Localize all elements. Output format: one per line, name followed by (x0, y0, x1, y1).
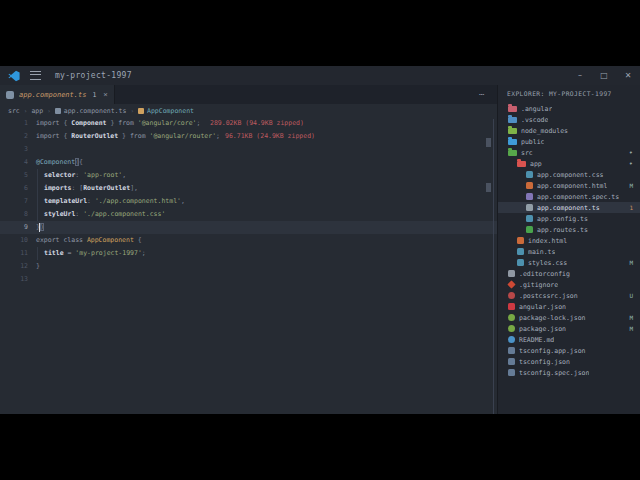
menu-icon[interactable] (30, 71, 41, 80)
code-token: './app.component.html' (95, 197, 181, 205)
code-line[interactable]: 4@Component({ (0, 156, 497, 169)
vscode-window: my-project-1997 – □ ✕ app.component.ts 1… (0, 66, 640, 414)
explorer-header: EXPLORER: MY-PROJECT-1997 (498, 85, 640, 103)
angular-file-icon (55, 108, 61, 114)
minimize-button[interactable]: – (568, 66, 592, 85)
explorer-item-vscode[interactable]: .vscode (498, 114, 640, 125)
code-token: '@angular/router' (150, 132, 217, 140)
code-line[interactable]: 5selector: 'app-root', (0, 169, 497, 182)
explorer-item-label: .postcssrc.json (519, 292, 578, 300)
title-bar: my-project-1997 – □ ✕ (0, 66, 640, 85)
code-token: RouterOutlet (71, 132, 118, 140)
code-line[interactable]: 3 (0, 143, 497, 156)
explorer-item-postcssrc-json[interactable]: .postcssrc.jsonU (498, 290, 640, 301)
editor-scrollbar[interactable] (493, 119, 494, 414)
explorer-item-index-html[interactable]: index.html (498, 235, 640, 246)
explorer-item-gitignore[interactable]: .gitignore (498, 279, 640, 290)
breadcrumb-app[interactable]: app (31, 107, 43, 115)
code-token: from (130, 132, 150, 140)
explorer-sidebar: EXPLORER: MY-PROJECT-1997 .angular.vscod… (497, 85, 640, 414)
explorer-item-app[interactable]: app• (498, 158, 640, 169)
explorer-item-node-modules[interactable]: node_modules (498, 125, 640, 136)
explorer-item-public[interactable]: public (498, 136, 640, 147)
code-line[interactable]: 6imports: [RouterOutlet], (0, 182, 497, 195)
explorer-item-app-routes-ts[interactable]: app.routes.ts (498, 224, 640, 235)
code-token: ; (216, 132, 220, 140)
code-token: import (36, 132, 63, 140)
breadcrumb-file[interactable]: app.component.ts (55, 107, 127, 115)
test-flask-icon (526, 193, 533, 200)
code-line[interactable]: 2import { RouterOutlet } from '@angular/… (0, 130, 497, 143)
code-token: templateUrl (44, 197, 87, 205)
line-number: 9 (0, 221, 28, 234)
explorer-item-app-component-ts[interactable]: app.component.ts1 (498, 202, 640, 213)
explorer-item-app-component-html[interactable]: app.component.htmlM (498, 180, 640, 191)
line-number: 3 (0, 143, 28, 156)
explorer-item-package-lock-json[interactable]: package-lock.jsonM (498, 312, 640, 323)
explorer-item-tsconfig-spec-json[interactable]: tsconfig.spec.json (498, 367, 640, 378)
code-line[interactable]: 7templateUrl: './app.component.html', (0, 195, 497, 208)
editorconfig-icon (508, 270, 515, 277)
tsconfig-icon (508, 369, 515, 376)
code-token: ; (142, 249, 146, 257)
explorer-item-app-component-spec-ts[interactable]: app.component.spec.ts (498, 191, 640, 202)
explorer-item-label: tsconfig.json (519, 358, 570, 366)
git-status-badge: U (629, 292, 633, 299)
breadcrumb-symbol[interactable]: AppComponent (138, 107, 194, 115)
code-token: '@angular/core' (138, 119, 197, 127)
code-token: : (75, 210, 83, 218)
explorer-item-label: app.component.ts (537, 204, 600, 212)
window-title: my-project-1997 (55, 71, 132, 80)
explorer-item-label: app.component.css (537, 171, 604, 179)
code-token: } (36, 262, 40, 270)
explorer-item-editorconfig[interactable]: .editorconfig (498, 268, 640, 279)
code-line[interactable]: 10export class AppComponent { (0, 234, 497, 247)
explorer-item-angular-json[interactable]: angular.json (498, 301, 640, 312)
tab-app-component-ts[interactable]: app.component.ts 1 × (0, 85, 115, 104)
tsconfig-icon (508, 358, 515, 365)
code-line[interactable]: 9}) (0, 221, 497, 234)
explorer-item-src[interactable]: src• (498, 147, 640, 158)
code-token: : (87, 197, 95, 205)
explorer-item-label: app.config.ts (537, 215, 588, 223)
code-token: 'my-project-1997' (75, 249, 142, 257)
close-window-button[interactable]: ✕ (616, 66, 640, 85)
explorer-item-app-config-ts[interactable]: app.config.ts (498, 213, 640, 224)
explorer-item-label: tsconfig.spec.json (519, 369, 589, 377)
explorer-item-main-ts[interactable]: main.ts (498, 246, 640, 257)
explorer-item-package-json[interactable]: package.jsonM (498, 323, 640, 334)
code-line[interactable]: 1import { Component } from '@angular/cor… (0, 117, 497, 130)
explorer-item-app-component-css[interactable]: app.component.css (498, 169, 640, 180)
folder-open-icon (508, 150, 517, 156)
breadcrumb-src[interactable]: src (8, 107, 20, 115)
code-token: = (64, 249, 76, 257)
folder-icon (508, 128, 517, 134)
explorer-item-label: styles.css (528, 259, 567, 267)
explorer-item-readme-md[interactable]: README.md (498, 334, 640, 345)
code-line[interactable]: 8styleUrl: './app.component.css' (0, 208, 497, 221)
tab-close-icon[interactable]: × (103, 90, 108, 99)
line-number: 4 (0, 156, 28, 169)
code-line[interactable]: 13 (0, 273, 497, 286)
code-token: selector (44, 171, 75, 179)
explorer-item-styles-css[interactable]: styles.cssM (498, 257, 640, 268)
overview-ruler-mark (486, 183, 491, 192)
import-cost-annotation: 96.71KB (24.9KB zipped) (225, 130, 315, 143)
code-token: ; (197, 119, 201, 127)
editor-actions-ellipsis-icon[interactable]: ⋯ (479, 90, 485, 99)
explorer-item-tsconfig-json[interactable]: tsconfig.json (498, 356, 640, 367)
explorer-item-angular[interactable]: .angular (498, 103, 640, 114)
css-icon (517, 259, 524, 266)
code-line[interactable]: 11title = 'my-project-1997'; (0, 247, 497, 260)
folder-open-icon (517, 161, 526, 167)
explorer-tree: .angular.vscodenode_modulespublicsrc•app… (498, 103, 640, 378)
explorer-item-label: node_modules (521, 127, 568, 135)
line-number: 7 (0, 195, 28, 208)
explorer-item-label: .editorconfig (519, 270, 570, 278)
class-symbol-icon (138, 108, 144, 114)
explorer-item-label: .vscode (521, 116, 548, 124)
code-editor[interactable]: 1import { Component } from '@angular/cor… (0, 117, 497, 414)
explorer-item-tsconfig-app-json[interactable]: tsconfig.app.json (498, 345, 640, 356)
maximize-button[interactable]: □ (592, 66, 616, 85)
code-line[interactable]: 12} (0, 260, 497, 273)
